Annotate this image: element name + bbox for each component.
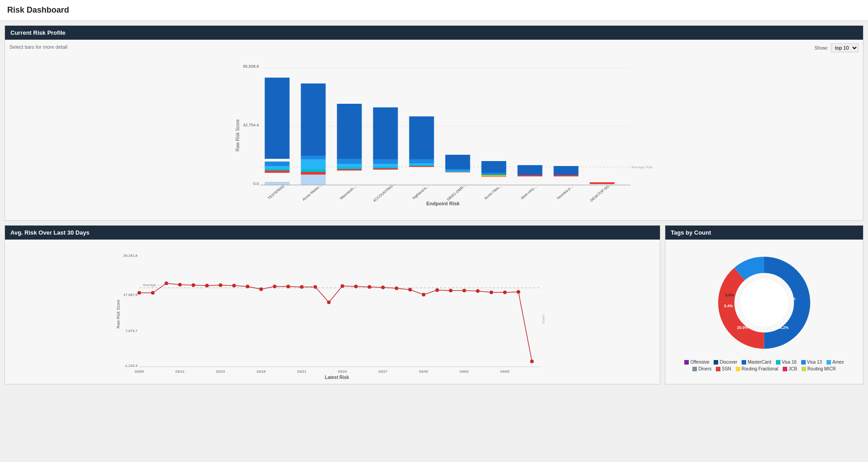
legend-jcb: JCB xyxy=(783,366,797,371)
svg-text:03/12: 03/12 xyxy=(175,370,185,374)
bar-acme-marke[interactable]: Acme Marke-... xyxy=(301,83,326,202)
bar-sb001[interactable]: SB001-DMR-... xyxy=(446,155,470,202)
bar-macintosh[interactable]: Macintosh-... xyxy=(337,104,362,200)
legend-color-jcb xyxy=(783,367,787,371)
svg-text:Raw Risk Score: Raw Risk Score xyxy=(116,300,121,328)
legend-label-offensive: Offensive xyxy=(690,360,709,365)
svg-text:0.0: 0.0 xyxy=(253,181,259,186)
svg-rect-49 xyxy=(482,175,506,176)
legend-color-amex xyxy=(826,360,831,365)
svg-rect-29 xyxy=(373,107,398,159)
svg-rect-14 xyxy=(265,182,290,185)
current-risk-body: Select bars for more detail Show: top 10… xyxy=(5,40,863,220)
svg-point-98 xyxy=(463,289,466,292)
svg-text:42,754.4: 42,754.4 xyxy=(243,123,259,127)
page-title: Risk Dashboard xyxy=(0,0,868,21)
bottom-row: Avg. Risk Over Last 30 Days Raw Risk Sco… xyxy=(5,225,863,389)
svg-text:03/27: 03/27 xyxy=(378,370,388,374)
show-select[interactable]: top 10 top 5 top 20 all xyxy=(831,43,859,52)
svg-rect-51 xyxy=(482,176,506,177)
svg-text:dave-virtu-...: dave-virtu-... xyxy=(520,184,538,200)
legend-label-visa16: Visa 16 xyxy=(782,360,797,365)
svg-point-82 xyxy=(246,285,250,288)
svg-text:TESTER002: TESTER002 xyxy=(267,184,286,200)
svg-rect-54 xyxy=(518,175,543,176)
svg-rect-36 xyxy=(409,159,434,163)
bar-highland[interactable]: highland-b... xyxy=(409,116,434,200)
svg-rect-38 xyxy=(409,165,434,166)
svg-point-94 xyxy=(408,288,412,291)
svg-point-101 xyxy=(503,291,507,294)
svg-text:heureka-ji-...: heureka-ji-... xyxy=(556,184,574,200)
svg-rect-11 xyxy=(265,166,290,169)
avg-risk-header: Avg. Risk Over Last 30 Days xyxy=(5,226,660,240)
svg-rect-50 xyxy=(482,176,506,176)
legend-color-visa16 xyxy=(776,360,780,365)
svg-text:03/15: 03/15 xyxy=(216,370,225,374)
bar-dave-virtu[interactable]: dave-virtu-... xyxy=(518,165,543,200)
svg-text:24.2%: 24.2% xyxy=(778,325,789,330)
svg-rect-35 xyxy=(409,116,434,159)
chart-hint: Select bars for more detail xyxy=(9,44,859,50)
svg-rect-37 xyxy=(409,163,434,165)
svg-text:Average ---: Average --- xyxy=(143,283,161,287)
legend-label-routing-fractional: Routing Fractional xyxy=(742,366,778,371)
svg-point-103 xyxy=(530,360,534,363)
avg-risk-body: Raw Risk Score 26,161.8 17,067.8 7,973.7… xyxy=(5,240,660,384)
legend-label-ssn: SSN xyxy=(722,366,731,371)
svg-rect-21 xyxy=(301,175,326,185)
svg-point-78 xyxy=(192,283,195,287)
line-chart-svg: Raw Risk Score 26,161.8 17,067.8 7,973.7… xyxy=(9,244,655,379)
svg-text:7,973.7: 7,973.7 xyxy=(125,329,138,333)
svg-point-76 xyxy=(165,282,168,285)
svg-text:Acme Files...: Acme Files... xyxy=(483,184,502,201)
svg-text:04/05: 04/05 xyxy=(500,370,510,374)
svg-rect-16 xyxy=(301,83,326,156)
legend-ssn: SSN xyxy=(716,366,731,371)
svg-point-126 xyxy=(740,279,788,327)
svg-rect-30 xyxy=(373,159,398,164)
current-risk-panel: Current Risk Profile Select bars for mor… xyxy=(5,25,863,221)
svg-point-100 xyxy=(490,291,493,294)
svg-text:SB001-DMR-...: SB001-DMR-... xyxy=(446,183,467,202)
svg-rect-57 xyxy=(554,175,579,176)
svg-text:Latest: Latest xyxy=(542,314,546,324)
donut-container: 31.4% 24.2% 20.0% 5.4% 5.0% Offensi xyxy=(670,244,859,388)
legend-visa13: Visa 13 xyxy=(801,360,822,365)
svg-rect-18 xyxy=(301,159,326,169)
svg-point-79 xyxy=(205,284,209,287)
show-selector: Show: top 10 top 5 top 20 all xyxy=(814,43,859,52)
legend-color-diners xyxy=(692,367,697,371)
svg-rect-32 xyxy=(373,167,398,168)
svg-point-81 xyxy=(232,284,236,287)
svg-text:26,161.8: 26,161.8 xyxy=(123,254,138,258)
svg-rect-13 xyxy=(265,171,290,173)
svg-text:highland-b...: highland-b... xyxy=(412,184,430,200)
svg-text:03/21: 03/21 xyxy=(297,370,306,374)
bar-accounting[interactable]: ACCOUNTING-... xyxy=(372,107,398,203)
svg-rect-44 xyxy=(446,171,470,172)
svg-rect-26 xyxy=(337,167,362,169)
svg-text:Acme Marke-...: Acme Marke-... xyxy=(302,183,323,202)
legend-routing-fractional: Routing Fractional xyxy=(736,366,778,371)
show-label: Show: xyxy=(814,45,828,51)
svg-point-87 xyxy=(314,285,317,289)
avg-risk-panel: Avg. Risk Over Last 30 Days Raw Risk Sco… xyxy=(5,225,660,384)
legend-label-jcb: JCB xyxy=(789,366,797,371)
svg-rect-25 xyxy=(337,164,362,167)
svg-rect-48 xyxy=(482,173,506,175)
legend-label-amex: Amex xyxy=(832,360,844,365)
svg-rect-45 xyxy=(446,172,470,172)
bar-tester002[interactable]: TESTER002 xyxy=(265,78,290,200)
svg-text:Endpoint Risk: Endpoint Risk xyxy=(427,201,460,206)
bar-heureka[interactable]: heureka-ji-... xyxy=(554,166,579,200)
donut-chart: 31.4% 24.2% 20.0% 5.4% 5.0% xyxy=(710,249,818,357)
legend-offensive: Offensive xyxy=(684,360,709,365)
svg-text:03/30: 03/30 xyxy=(419,370,428,374)
svg-rect-31 xyxy=(373,164,398,167)
tags-header: Tags by Count xyxy=(665,226,863,240)
svg-rect-23 xyxy=(337,104,362,159)
svg-point-80 xyxy=(219,283,223,287)
data-point xyxy=(138,291,141,295)
bar-acme-files[interactable]: Acme Files... xyxy=(482,161,506,200)
